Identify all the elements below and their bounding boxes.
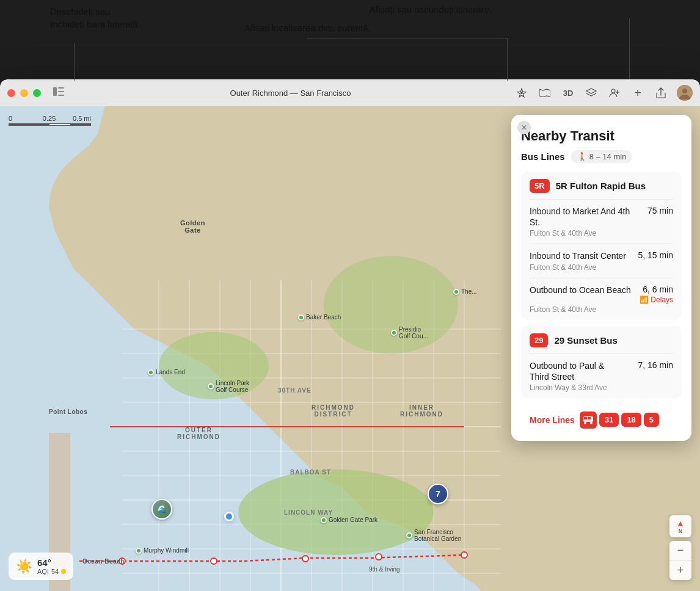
walk-time-badge: 🚶 8 – 14 min — [571, 150, 633, 163]
route-29-header: 29 29 Sunset Bus — [521, 326, 682, 354]
more-line-31[interactable]: 31 — [599, 413, 619, 427]
route-5r-entry-2[interactable]: Inbound to Transit Center 5, 15 min Fult… — [521, 244, 682, 277]
route-5r-header: 5R 5R Fulton Rapid Bus — [521, 172, 682, 199]
route-card-29[interactable]: 29 29 Sunset Bus Outbound to Paul &Third… — [521, 326, 682, 398]
destination-3: Outbound to Ocean Beach — [530, 285, 640, 296]
route-29-row-1: Outbound to Paul &Third Street 7, 16 min — [530, 360, 673, 382]
sidebar-toggle-button[interactable] — [51, 85, 67, 101]
time-1: 75 min — [647, 206, 673, 216]
panel-title: Nearby Transit — [521, 128, 682, 144]
walk-time-text: 8 – 14 min — [589, 152, 627, 161]
route-5r-row-1: Inbound to Market And 4th St. 75 min — [530, 206, 673, 228]
svg-point-5 — [611, 89, 615, 93]
svg-point-33 — [238, 470, 434, 555]
svg-point-34 — [159, 332, 269, 399]
svg-rect-0 — [53, 87, 57, 96]
svg-point-35 — [324, 256, 458, 354]
scale-line — [9, 123, 91, 126]
toolbar-right: 3D + — [514, 85, 693, 101]
user-location-dot — [224, 512, 234, 521]
weather-icon: ☀️ — [16, 559, 32, 575]
location-callout-hline — [307, 38, 507, 38]
walk-icon: 🚶 — [577, 152, 587, 161]
scale-labels: 0 0.25 0.5 mi — [9, 115, 91, 122]
3d-button[interactable]: 3D — [561, 85, 575, 100]
more-lines-label: More Lines — [530, 415, 575, 425]
photo-thumbnail[interactable]: 🌊 — [151, 499, 172, 520]
route-5r-badge: 5R — [530, 179, 550, 193]
svg-point-46 — [590, 422, 592, 424]
aqi-indicator — [61, 569, 66, 574]
destination-1: Inbound to Market And 4th St. — [530, 206, 647, 228]
location-callout-line — [507, 38, 508, 81]
bus-lines-label: Bus Lines — [521, 151, 565, 162]
time-3: 6, 6 min — [643, 285, 673, 294]
panel-content: Nearby Transit Bus Lines 🚶 8 – 14 min 5R… — [511, 115, 691, 441]
window-title: Outer Richmond — San Francisco — [71, 89, 509, 98]
destination-2: Inbound to Transit Center — [530, 250, 638, 261]
avatar[interactable] — [677, 85, 693, 101]
time-29-1: 7, 16 min — [638, 360, 673, 370]
svg-rect-43 — [584, 417, 587, 419]
aqi-display: AQI 54 — [37, 568, 66, 575]
more-lines-section[interactable]: More Lines 31 — [521, 404, 682, 431]
maximize-button[interactable] — [33, 89, 41, 97]
zoom-in-button[interactable]: + — [669, 560, 691, 580]
annotations-layer: Deschideți sauînchideți bara laterală. A… — [0, 0, 700, 82]
svg-point-45 — [584, 422, 586, 424]
compass-button[interactable]: ▲ N — [669, 515, 691, 537]
sidebar-callout-text: Deschideți sauînchideți bara laterală. — [50, 5, 140, 31]
more-line-5[interactable]: 5 — [644, 413, 659, 427]
panel-close-button[interactable]: ✕ — [517, 121, 531, 134]
more-line-18[interactable]: 18 — [621, 413, 641, 427]
add-person-icon[interactable] — [607, 85, 622, 100]
route-5r-row-3: Outbound to Ocean Beach 6, 6 min 📶 Delay… — [530, 285, 673, 304]
map-controls: ▲ N − + — [669, 515, 691, 580]
layers-icon[interactable] — [584, 85, 599, 100]
location-callout-text: Afișați localizarea dvs. curentă. — [244, 21, 371, 34]
stop-1: Fulton St & 40th Ave — [530, 229, 673, 237]
svg-point-9 — [682, 89, 687, 93]
minimize-button[interactable] — [20, 89, 28, 97]
traffic-lights — [7, 89, 41, 97]
compass-arrow: ▲ — [676, 518, 685, 528]
route-card-5r[interactable]: 5R 5R Fulton Rapid Bus Inbound to Market… — [521, 172, 682, 320]
route-5r-entry-1[interactable]: Inbound to Market And 4th St. 75 min Ful… — [521, 200, 682, 244]
map-container[interactable]: 0 0.25 0.5 mi GoldenGate RICHMONDDISTRIC… — [0, 106, 700, 591]
time-delay-3: 6, 6 min 📶 Delays — [640, 285, 673, 304]
svg-point-38 — [211, 558, 217, 564]
numbered-pin[interactable]: 7 — [428, 484, 448, 504]
share-icon[interactable] — [654, 85, 668, 100]
routes-callout-text: Afișați sau ascundeți itinerare. — [370, 3, 492, 16]
destination-29-1: Outbound to Paul &Third Street — [530, 360, 638, 382]
svg-rect-44 — [588, 417, 591, 419]
compass-north-label: N — [679, 528, 683, 534]
stop-29-1: Lincoln Way & 33rd Ave — [530, 383, 673, 392]
titlebar: Outer Richmond — San Francisco 3D — [0, 79, 700, 106]
zoom-out-button[interactable]: − — [669, 541, 691, 560]
stop-3: Fulton St & 40th Ave — [530, 305, 673, 314]
more-lines-bus-icon — [580, 412, 597, 429]
plus-icon[interactable]: + — [630, 85, 645, 100]
map-view-icon[interactable] — [538, 85, 552, 100]
svg-rect-1 — [58, 87, 64, 89]
transit-panel: ✕ Nearby Transit Bus Lines 🚶 8 – 14 min … — [511, 115, 691, 441]
stop-2: Fulton St & 40th Ave — [530, 263, 673, 272]
close-button[interactable] — [7, 89, 15, 97]
route-5r-row-2: Inbound to Transit Center 5, 15 min — [530, 250, 673, 261]
route-5r-name: 5R Fulton Rapid Bus — [556, 181, 646, 191]
route-29-entry-1[interactable]: Outbound to Paul &Third Street 7, 16 min… — [521, 354, 682, 398]
zoom-controls: − + — [669, 541, 691, 580]
delay-signal-icon: 📶 — [640, 296, 649, 304]
svg-rect-2 — [58, 91, 64, 92]
svg-rect-3 — [58, 95, 64, 96]
location-icon[interactable] — [514, 85, 529, 100]
routes-callout-line — [629, 18, 630, 79]
main-window: Outer Richmond — San Francisco 3D — [0, 79, 700, 591]
svg-point-41 — [461, 552, 467, 558]
weather-widget: ☀️ 64° AQI 54 — [9, 553, 73, 580]
route-29-name: 29 Sunset Bus — [554, 335, 617, 346]
route-29-badge: 29 — [530, 333, 548, 347]
bus-lines-header: Bus Lines 🚶 8 – 14 min — [521, 150, 682, 163]
route-5r-entry-3[interactable]: Outbound to Ocean Beach 6, 6 min 📶 Delay… — [521, 278, 682, 320]
